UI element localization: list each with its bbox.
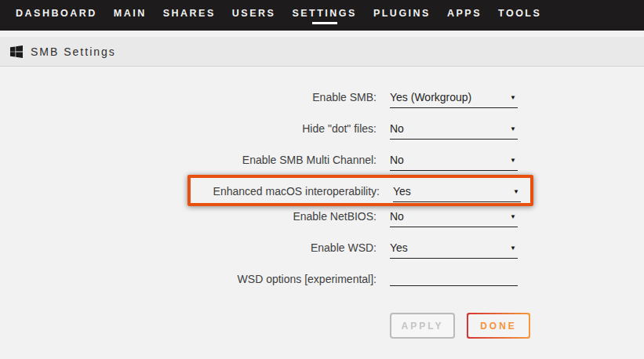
- form-row-wsd-options: WSD options [experimental]:: [191, 266, 530, 297]
- field-label: Enhanced macOS interoperability:: [191, 184, 393, 198]
- dropdown-arrow-icon: ▼: [510, 157, 518, 164]
- smb-multi-channel-select[interactable]: No ▼: [390, 153, 518, 171]
- field-label: Enable WSD:: [191, 241, 390, 255]
- nav-item-tools[interactable]: TOOLS: [490, 6, 549, 24]
- nav-item-shares[interactable]: SHARES: [155, 6, 224, 24]
- dropdown-arrow-icon: ▼: [510, 125, 518, 132]
- form-row-enable-wsd: Enable WSD: Yes ▼: [191, 234, 530, 266]
- enable-wsd-select[interactable]: Yes ▼: [390, 241, 518, 259]
- wsd-options-input[interactable]: [390, 272, 518, 286]
- nav-item-label: TOOLS: [498, 6, 541, 24]
- form-row-smb-multi-channel: Enable SMB Multi Channel: No ▼: [191, 147, 530, 178]
- selected-value: Yes: [390, 241, 408, 255]
- field-label: Enable SMB:: [191, 90, 390, 104]
- nav-item-label: SHARES: [163, 6, 216, 24]
- field-label: WSD options [experimental]:: [191, 272, 390, 286]
- enable-smb-select[interactable]: Yes (Workgroup) ▼: [390, 90, 518, 108]
- dropdown-arrow-icon: ▼: [513, 188, 521, 195]
- nav-item-label: PLUGINS: [373, 6, 431, 24]
- titlebar: SMB Settings: [0, 37, 644, 67]
- windows-icon: [10, 45, 23, 58]
- form-row-enable-netbios: Enable NetBIOS: No ▼: [191, 203, 530, 234]
- nav-item-label: MAIN: [114, 6, 147, 24]
- selected-value: No: [390, 121, 404, 136]
- nav-item-label: DASHBOARD: [16, 6, 97, 24]
- nav-item-apps[interactable]: APPS: [439, 6, 489, 24]
- done-button[interactable]: DONE: [467, 313, 530, 339]
- nav-item-users[interactable]: USERS: [224, 6, 284, 24]
- nav-item-label: APPS: [447, 6, 482, 24]
- smb-settings-form: Enable SMB: Yes (Workgroup) ▼ Hide "dot"…: [191, 84, 530, 339]
- field-label: Enable NetBIOS:: [191, 209, 390, 223]
- nav-item-dashboard[interactable]: DASHBOARD: [8, 6, 105, 24]
- nav-item-label: USERS: [232, 6, 276, 24]
- page-title: SMB Settings: [31, 45, 116, 58]
- dropdown-arrow-icon: ▼: [510, 94, 518, 101]
- nav-item-label: SETTINGS: [292, 6, 357, 24]
- field-label: Enable SMB Multi Channel:: [191, 153, 390, 167]
- top-nav: DASHBOARD MAIN SHARES USERS SETTINGS PLU…: [0, 0, 644, 31]
- nav-item-main[interactable]: MAIN: [106, 6, 155, 24]
- enable-netbios-select[interactable]: No ▼: [390, 209, 518, 227]
- form-row-hide-dot-files: Hide "dot" files: No ▼: [191, 115, 530, 147]
- nav-item-plugins[interactable]: PLUGINS: [366, 6, 438, 24]
- selected-value: Yes (Workgroup): [390, 90, 471, 104]
- selected-value: Yes: [393, 184, 411, 198]
- dropdown-arrow-icon: ▼: [510, 213, 518, 220]
- hide-dot-files-select[interactable]: No ▼: [390, 121, 518, 140]
- apply-button[interactable]: APPLY: [390, 313, 455, 339]
- form-row-macos-interoperability-highlighted: Enhanced macOS interoperability: Yes ▼: [187, 175, 533, 206]
- selected-value: No: [390, 153, 404, 167]
- nav-item-settings[interactable]: SETTINGS: [284, 6, 365, 24]
- dropdown-arrow-icon: ▼: [510, 245, 518, 252]
- form-buttons: APPLY DONE: [390, 313, 530, 339]
- selected-value: No: [390, 209, 404, 223]
- field-label: Hide "dot" files:: [191, 121, 390, 136]
- form-row-enable-smb: Enable SMB: Yes (Workgroup) ▼: [191, 84, 530, 115]
- macos-interoperability-select[interactable]: Yes ▼: [393, 184, 521, 202]
- done-button-label: DONE: [468, 314, 529, 337]
